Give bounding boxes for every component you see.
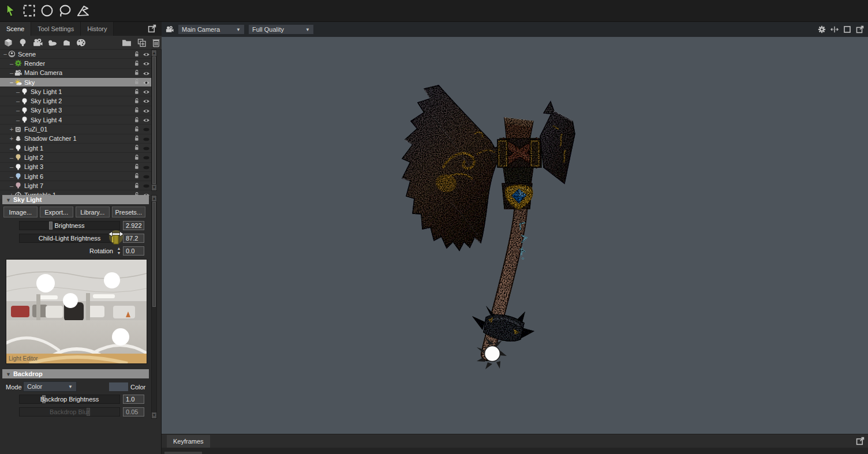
eye-open-icon[interactable] [143, 51, 151, 57]
hdr-environment-preview[interactable]: Light Editor [6, 259, 147, 364]
presets-button[interactable]: Presets... [112, 207, 146, 217]
lock-icon[interactable] [134, 117, 140, 123]
brightness-slider[interactable]: Brightness [19, 221, 120, 230]
add-shadow-catcher-icon[interactable] [61, 37, 72, 48]
scroll-up-arrow[interactable]: ▲ [152, 196, 156, 201]
lock-icon[interactable] [134, 107, 140, 114]
tree-row-scene[interactable]: −Scene [0, 50, 151, 59]
tree-scrollbar[interactable]: ▲ ▼ [151, 50, 157, 191]
tree-row-sky-light-3[interactable]: –Sky Light 3 [0, 106, 151, 115]
tab-scene[interactable]: Scene [0, 22, 31, 36]
eye-open-icon[interactable] [143, 108, 151, 114]
lock-icon[interactable] [134, 163, 140, 170]
lock-icon[interactable] [134, 69, 140, 76]
tab-history[interactable]: History [81, 22, 114, 36]
single-view-icon[interactable] [843, 25, 852, 34]
tree-row-light-6[interactable]: –Light 6 [0, 172, 151, 181]
tree-row-sky-light-2[interactable]: –Sky Light 2 [0, 96, 151, 106]
quality-select-dropdown[interactable]: Full Quality ▼ [248, 24, 314, 35]
eye-open-icon[interactable] [143, 98, 151, 104]
child-light-brightness-value-field[interactable]: 87.2 [123, 234, 144, 243]
lock-icon[interactable] [134, 154, 140, 161]
rotation-stepper[interactable]: ▲▼ [115, 246, 122, 256]
tree-expander[interactable]: − [2, 51, 8, 58]
tree-row-light-1[interactable]: –Light 1 [0, 144, 151, 153]
tree-row-light-3[interactable]: –Light 3 [0, 163, 151, 172]
polygon-select-tool[interactable] [75, 3, 91, 18]
scrollbar-thumb[interactable] [152, 202, 156, 307]
settings-icon[interactable] [817, 25, 826, 34]
panel-popout-icon[interactable] [148, 24, 156, 33]
library-button[interactable]: Library... [76, 207, 110, 217]
scrollbar-thumb[interactable] [152, 57, 156, 184]
delete-icon[interactable] [151, 37, 162, 48]
tree-row-shadow-catcher-1[interactable]: +Shadow Catcher 1 [0, 134, 151, 144]
tree-row-light-7[interactable]: –Light 7 [0, 181, 151, 190]
add-light-icon[interactable] [17, 37, 28, 48]
eye-closed-icon[interactable] [143, 164, 151, 170]
eye-closed-icon[interactable] [143, 183, 151, 189]
popout-icon[interactable] [855, 25, 865, 34]
lasso-select-tool[interactable] [57, 3, 73, 18]
new-folder-icon[interactable] [121, 37, 132, 48]
axe-3d-model[interactable] [398, 81, 578, 375]
eye-closed-icon[interactable] [143, 145, 151, 151]
add-camera-icon[interactable] [32, 37, 43, 48]
lock-icon[interactable] [134, 60, 140, 67]
backdrop-mode-dropdown[interactable]: Color ▼ [23, 381, 77, 392]
properties-scrollbar[interactable]: ▲ ▼ [151, 195, 157, 419]
export-button[interactable]: Export... [40, 207, 74, 217]
select-arrow-tool[interactable] [3, 3, 19, 18]
eye-open-icon[interactable] [143, 117, 151, 123]
eye-open-icon[interactable] [143, 89, 151, 95]
scroll-down-arrow[interactable]: ▼ [152, 185, 156, 190]
tree-expander[interactable]: + [9, 126, 14, 133]
marquee-select-tool[interactable] [21, 3, 37, 18]
tree-row-render[interactable]: –Render [0, 59, 151, 68]
image-button[interactable]: Image... [3, 207, 38, 217]
lock-icon[interactable] [134, 88, 140, 95]
tree-row-sky-light-4[interactable]: –Sky Light 4 [0, 115, 151, 125]
scroll-down-arrow[interactable]: ▼ [152, 412, 156, 418]
add-material-icon[interactable] [76, 37, 87, 48]
tree-row-sky[interactable]: −Sky [0, 78, 151, 87]
eye-closed-icon[interactable] [143, 136, 151, 142]
eye-closed-icon[interactable] [143, 155, 151, 160]
brightness-value-field[interactable]: 2.922 [123, 221, 144, 230]
lock-icon[interactable] [134, 126, 140, 133]
add-sky-icon[interactable] [47, 37, 58, 48]
duplicate-icon[interactable] [136, 37, 147, 48]
tree-expander[interactable]: + [9, 135, 14, 142]
backdrop-brightness-value-field[interactable]: 1.0 [123, 395, 144, 404]
tree-row-light-2[interactable]: –Light 2 [0, 153, 151, 162]
lock-icon[interactable] [134, 51, 140, 58]
lock-icon[interactable] [134, 182, 140, 189]
tree-row-sky-light-1[interactable]: –Sky Light 1 [0, 87, 151, 96]
viewport-3d-canvas[interactable] [162, 37, 868, 434]
add-mesh-icon[interactable] [3, 37, 14, 48]
scroll-up-arrow[interactable]: ▲ [152, 50, 156, 56]
split-view-icon[interactable] [830, 25, 839, 34]
eye-closed-icon[interactable] [143, 126, 151, 132]
backdrop-brightness-slider[interactable]: Backdrop Brightness [19, 395, 120, 404]
tree-row-fuzi-01[interactable]: +FuZi_01 [0, 125, 151, 134]
lock-icon[interactable] [134, 172, 140, 179]
tree-row-main-camera[interactable]: –Main Camera [0, 69, 151, 78]
rotation-value-field[interactable]: 0.0 [123, 246, 144, 256]
timeline-popout-icon[interactable] [856, 437, 865, 445]
backdrop-color-swatch[interactable] [109, 382, 128, 391]
child-light-brightness-slider[interactable]: Child-Light Brightness [19, 234, 120, 243]
eye-open-icon[interactable] [143, 61, 151, 66]
lock-icon[interactable] [134, 78, 140, 85]
eye-open-icon[interactable] [143, 70, 151, 76]
backdrop-section-header[interactable]: ▼Backdrop [2, 369, 149, 378]
lock-icon[interactable] [134, 135, 140, 142]
lock-icon[interactable] [134, 144, 140, 151]
ellipse-select-tool[interactable] [39, 3, 55, 18]
eye-open-icon[interactable] [143, 80, 151, 85]
camera-select-dropdown[interactable]: Main Camera ▼ [178, 24, 245, 35]
lock-icon[interactable] [134, 97, 140, 104]
tree-expander[interactable]: − [9, 79, 14, 86]
eye-closed-icon[interactable] [143, 174, 151, 179]
sky-light-section-header[interactable]: ▼Sky Light [2, 195, 149, 204]
